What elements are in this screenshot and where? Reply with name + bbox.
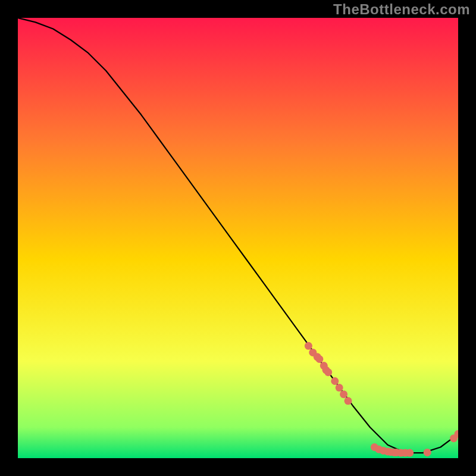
gradient-background (18, 18, 458, 458)
data-point (340, 390, 347, 398)
watermark-text: TheBottleneck.com (333, 1, 470, 18)
chart-container: TheBottleneck.com (0, 0, 476, 476)
data-point (331, 377, 339, 385)
data-point (406, 449, 414, 457)
chart-svg (18, 18, 458, 458)
plot-area (18, 18, 458, 458)
data-point (315, 355, 323, 363)
data-point (305, 342, 312, 350)
data-point (336, 384, 343, 392)
data-point (424, 449, 431, 456)
data-point (324, 368, 332, 376)
data-point (345, 397, 352, 405)
